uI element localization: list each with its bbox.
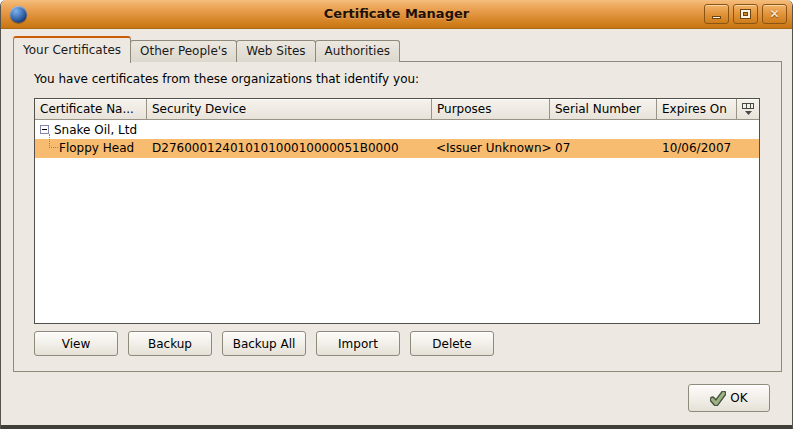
delete-button[interactable]: Delete [410, 331, 494, 356]
collapse-expander-icon[interactable] [40, 125, 49, 134]
cell-expires-on: 10/06/2007 [662, 139, 731, 158]
table-row-group-snake-oil[interactable]: Snake Oil, Ltd [35, 120, 759, 139]
tab-bar: Your Certificates Other People's Web Sit… [13, 34, 399, 62]
tab-other-peoples[interactable]: Other People's [130, 40, 237, 62]
cell-serial-number: 07 [555, 139, 570, 158]
maximize-button[interactable] [733, 4, 758, 24]
tab-authorities[interactable]: Authorities [315, 40, 400, 62]
backup-all-button[interactable]: Backup All [222, 331, 306, 356]
column-header-purposes[interactable]: Purposes [432, 99, 550, 120]
group-name: Snake Oil, Ltd [54, 121, 137, 140]
column-picker-icon [741, 102, 756, 117]
column-picker-button[interactable] [737, 99, 759, 120]
cell-purposes: <Issuer Unknown> [436, 139, 552, 158]
cell-certificate-name: Floppy Head [59, 139, 134, 158]
minimize-icon [712, 16, 721, 19]
close-button[interactable]: ✕ [762, 4, 787, 24]
titlebar[interactable]: Certificate Manager ✕ [1, 0, 792, 29]
view-button[interactable]: View [34, 331, 118, 356]
instruction-text: You have certificates from these organiz… [34, 72, 419, 86]
ok-button[interactable]: OK [688, 384, 770, 412]
column-header-certificate-name[interactable]: Certificate Na... [35, 99, 147, 120]
column-header-serial-number[interactable]: Serial Number [550, 99, 657, 120]
window-bottom-edge [1, 425, 792, 429]
table-header: Certificate Na... Security Device Purpos… [35, 99, 759, 120]
cell-security-device: D27600012401010100010000051B0000 [152, 139, 399, 158]
minimize-button[interactable] [704, 4, 729, 24]
maximize-icon [740, 9, 751, 19]
import-button[interactable]: Import [316, 331, 400, 356]
ok-button-label: OK [730, 391, 747, 405]
column-header-expires-on[interactable]: Expires On [657, 99, 737, 120]
window-controls: ✕ [704, 4, 787, 24]
backup-button[interactable]: Backup [128, 331, 212, 356]
window-title: Certificate Manager [1, 6, 792, 21]
column-header-security-device[interactable]: Security Device [147, 99, 432, 120]
close-icon: ✕ [769, 8, 779, 20]
tab-your-certificates[interactable]: Your Certificates [13, 36, 131, 63]
your-certificates-panel: You have certificates from these organiz… [13, 61, 782, 372]
ok-check-icon [710, 391, 726, 406]
tab-web-sites[interactable]: Web Sites [236, 40, 315, 62]
certificate-table: Certificate Na... Security Device Purpos… [34, 98, 760, 324]
certificate-manager-window: Certificate Manager ✕ Your Certificates … [0, 0, 793, 429]
action-button-row: View Backup Backup All Import Delete [34, 331, 494, 356]
tree-elbow-line [49, 134, 58, 148]
table-row-floppy-head[interactable]: Floppy Head D27600012401010100010000051B… [35, 139, 759, 158]
